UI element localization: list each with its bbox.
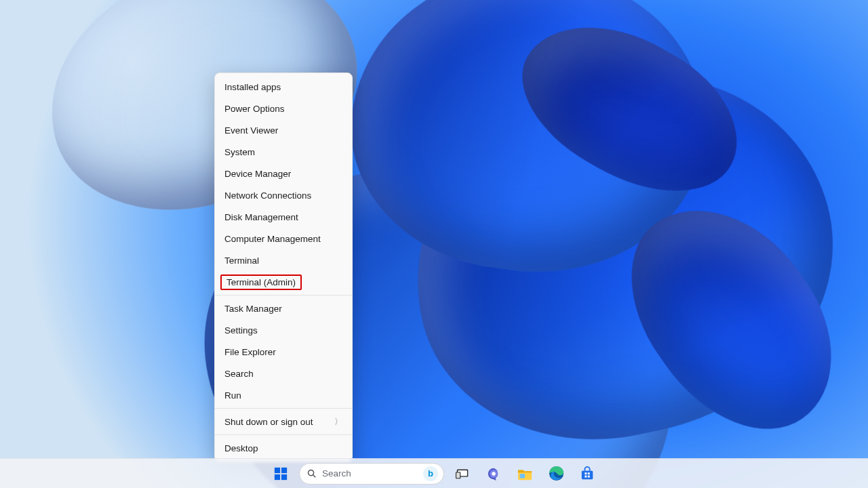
menu-item-label: Desktop (224, 443, 258, 453)
menu-item-network-connections[interactable]: Network Connections (215, 184, 352, 206)
menu-item-desktop[interactable]: Desktop (215, 437, 352, 459)
menu-item-label: Installed apps (224, 82, 281, 92)
menu-item-label: Settings (224, 325, 258, 336)
chat-icon (486, 466, 501, 481)
taskbar-search[interactable]: Search b (299, 463, 444, 485)
menu-item-disk-management[interactable]: Disk Management (215, 206, 352, 228)
winx-context-menu: Installed apps Power Options Event Viewe… (214, 73, 353, 462)
menu-item-power-options[interactable]: Power Options (215, 98, 352, 119)
menu-item-system[interactable]: System (215, 141, 352, 163)
svg-rect-3 (281, 474, 287, 479)
menu-item-terminal[interactable]: Terminal (215, 249, 352, 271)
microsoft-store-button[interactable] (574, 461, 600, 487)
svg-point-4 (309, 470, 314, 476)
menu-item-label: Event Viewer (224, 125, 278, 136)
menu-item-label: Shut down or sign out (224, 417, 313, 427)
menu-item-file-explorer[interactable]: File Explorer (215, 341, 352, 363)
menu-item-label: Run (224, 390, 241, 401)
svg-rect-1 (281, 467, 287, 472)
svg-rect-9 (456, 472, 460, 478)
svg-rect-0 (275, 467, 280, 472)
menu-item-label: Power Options (224, 104, 285, 114)
start-button[interactable] (268, 461, 294, 487)
menu-item-terminal-admin[interactable]: Terminal (Admin) (215, 271, 352, 293)
menu-item-label: Network Connections (224, 190, 311, 201)
task-view-button[interactable] (450, 461, 475, 487)
search-icon (307, 468, 317, 479)
windows-logo-icon (273, 466, 288, 481)
menu-item-label: Terminal (224, 256, 259, 266)
menu-separator (215, 434, 352, 435)
svg-point-11 (492, 472, 496, 476)
menu-item-settings[interactable]: Settings (215, 319, 352, 341)
svg-rect-14 (582, 470, 593, 479)
search-placeholder: Search (322, 468, 418, 479)
menu-item-run[interactable]: Run (215, 384, 352, 406)
menu-item-task-manager[interactable]: Task Manager (215, 298, 352, 319)
taskbar: Search b (0, 458, 868, 488)
menu-item-label: Device Manager (224, 169, 291, 179)
svg-line-5 (313, 475, 315, 477)
menu-item-label: File Explorer (224, 347, 276, 357)
menu-separator (215, 408, 352, 409)
menu-item-computer-management[interactable]: Computer Management (215, 228, 352, 249)
chat-button[interactable] (481, 461, 507, 487)
svg-rect-17 (585, 475, 587, 477)
svg-rect-2 (275, 474, 280, 479)
folder-icon (517, 466, 533, 481)
store-icon (580, 466, 595, 481)
menu-item-label: System (224, 147, 255, 157)
file-explorer-button[interactable] (512, 461, 538, 487)
menu-separator (215, 295, 352, 296)
menu-item-label: Task Manager (224, 304, 282, 314)
menu-item-event-viewer[interactable]: Event Viewer (215, 119, 352, 141)
menu-item-label: Computer Management (224, 234, 321, 244)
chevron-right-icon: 〉 (334, 416, 342, 428)
menu-item-label: Terminal (Admin) (220, 274, 302, 290)
svg-rect-18 (588, 475, 590, 477)
menu-item-search[interactable]: Search (215, 363, 352, 384)
menu-item-shutdown-signout[interactable]: Shut down or sign out 〉 (215, 411, 352, 432)
menu-item-label: Disk Management (224, 212, 298, 222)
edge-button[interactable] (543, 461, 569, 487)
menu-item-device-manager[interactable]: Device Manager (215, 163, 352, 184)
svg-rect-12 (520, 474, 525, 478)
menu-item-label: Search (224, 369, 254, 379)
svg-rect-15 (585, 472, 587, 474)
menu-item-installed-apps[interactable]: Installed apps (215, 76, 352, 98)
task-view-icon (455, 466, 470, 481)
bing-icon: b (423, 466, 438, 481)
edge-icon (549, 466, 564, 481)
svg-rect-16 (588, 472, 590, 474)
